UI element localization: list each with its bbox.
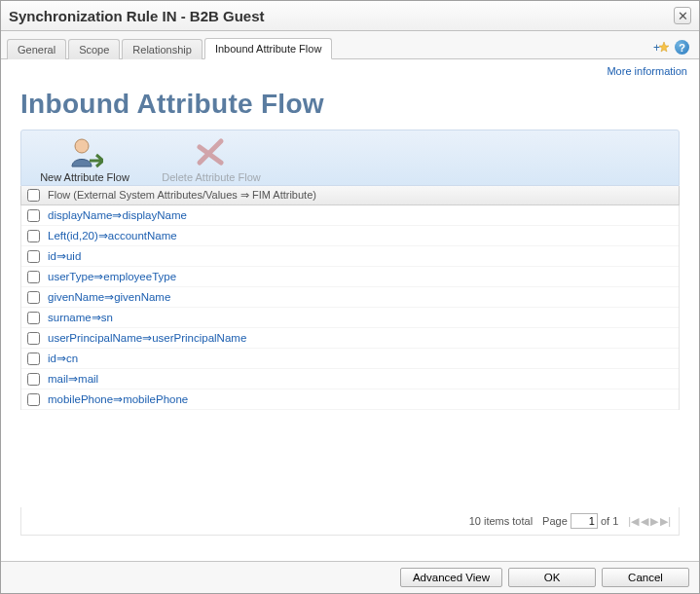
svg-text:+: + [653,41,660,55]
cancel-button[interactable]: Cancel [602,568,689,587]
table-row: mobilePhone⇒mobilePhone [21,390,679,410]
new-user-icon [66,134,103,169]
tab-scope[interactable]: Scope [68,39,120,59]
next-page-icon: ▶ [650,515,658,528]
table-row: surname⇒sn [21,308,679,328]
tab-general[interactable]: General [7,39,66,59]
page-number-input[interactable] [571,513,598,529]
new-attribute-flow-label: New Attribute Flow [40,171,129,183]
svg-marker-1 [659,42,669,52]
row-checkbox[interactable] [27,353,40,365]
window-title: Synchronization Rule IN - B2B Guest [9,8,265,24]
page-label: Page [542,515,568,527]
table-row: userPrincipalName⇒userPrincipalName [21,328,679,349]
flow-link[interactable]: userType⇒employeeType [48,270,176,283]
dialog-footer: Advanced View OK Cancel [1,561,699,593]
flow-link[interactable]: givenName⇒givenName [48,290,170,304]
select-all-checkbox[interactable] [27,189,40,202]
table-row: mail⇒mail [21,369,679,390]
row-checkbox[interactable] [27,250,40,263]
flow-link[interactable]: surname⇒sn [48,311,113,324]
row-checkbox[interactable] [27,373,40,386]
grid-header: Flow (External System Attributes/Values … [20,186,680,205]
row-checkbox[interactable] [27,271,40,283]
flow-link[interactable]: userPrincipalName⇒userPrincipalName [48,331,246,345]
row-checkbox[interactable] [27,312,40,324]
row-checkbox[interactable] [27,291,40,304]
toolbar: New Attribute Flow Delete Attribute Flow [20,130,680,186]
grid-body: displayName⇒displayNameLeft(id,20)⇒accou… [20,205,680,410]
page-of-label: of 1 [601,515,618,527]
tab-inbound-attribute-flow[interactable]: Inbound Attribute Flow [204,38,332,59]
first-page-icon: |◀ [628,515,639,528]
more-information-link[interactable]: More information [607,65,687,77]
flow-link[interactable]: id⇒cn [48,352,78,365]
table-row: userType⇒employeeType [21,267,679,287]
flow-link[interactable]: Left(id,20)⇒accountName [48,229,177,242]
help-icon[interactable]: ? [675,40,689,55]
row-checkbox[interactable] [27,393,40,406]
delete-attribute-flow-button: Delete Attribute Flow [148,134,275,183]
table-row: id⇒cn [21,349,679,369]
table-row: id⇒uid [21,246,679,267]
page-heading: Inbound Attribute Flow [20,89,680,120]
pager: 10 items total Page of 1 |◀ ◀ ▶ ▶| [20,507,680,536]
flow-link[interactable]: mail⇒mail [48,372,98,386]
flow-link[interactable]: id⇒uid [48,249,81,263]
table-row: Left(id,20)⇒accountName [21,226,679,246]
items-total-label: 10 items total [469,515,533,527]
table-row: givenName⇒givenName [21,287,679,308]
ok-button[interactable]: OK [508,568,596,587]
flow-link[interactable]: mobilePhone⇒mobilePhone [48,392,188,406]
row-checkbox[interactable] [27,332,40,345]
flow-link[interactable]: displayName⇒displayName [48,208,187,222]
delete-attribute-flow-label: Delete Attribute Flow [162,171,261,183]
tab-relationship[interactable]: Relationship [122,39,203,59]
add-favorite-icon[interactable]: + [653,41,669,55]
svg-point-2 [75,139,89,153]
last-page-icon: ▶| [660,515,671,528]
close-icon: ✕ [678,9,688,23]
delete-icon [196,134,227,169]
row-checkbox[interactable] [27,209,40,222]
close-button[interactable]: ✕ [674,7,691,24]
table-row: displayName⇒displayName [21,205,679,226]
title-bar: Synchronization Rule IN - B2B Guest ✕ [1,1,699,31]
advanced-view-button[interactable]: Advanced View [400,568,502,587]
grid-header-label: Flow (External System Attributes/Values … [48,189,316,202]
row-checkbox[interactable] [27,230,40,242]
new-attribute-flow-button[interactable]: New Attribute Flow [21,134,148,183]
prev-page-icon: ◀ [641,515,648,528]
tab-strip: General Scope Relationship Inbound Attri… [1,31,699,59]
